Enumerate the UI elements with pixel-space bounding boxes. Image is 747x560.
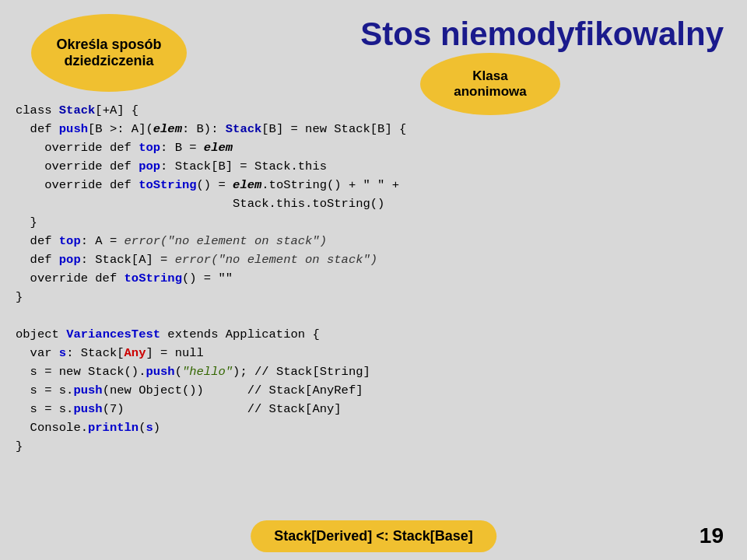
code-line-14: var s: Stack[Any] = null xyxy=(16,344,731,362)
code-line-9: def pop: Stack[A] = error("no element on… xyxy=(16,250,731,269)
slide-number: 19 xyxy=(700,523,724,548)
code-line-19: } xyxy=(16,437,731,456)
bottom-bubble-text: Stack[Derived] <: Stack[Base] xyxy=(274,528,473,544)
code-line-6: Stack.this.toString() xyxy=(16,194,731,213)
code-line-12 xyxy=(16,306,731,325)
code-line-11: } xyxy=(16,288,731,306)
code-area: class Stack[+A] { def push[B >: A](elem:… xyxy=(16,101,731,521)
code-line-4: override def pop: Stack[B] = Stack.this xyxy=(16,157,731,176)
code-line-1: class Stack[+A] { xyxy=(16,101,731,120)
code-line-16: s = s.push(new Object()) // Stack[AnyRef… xyxy=(16,381,731,400)
code-line-10: override def toString() = "" xyxy=(16,269,731,288)
slide: Stos niemodyfikowalny Określa sposób dzi… xyxy=(0,0,747,560)
code-line-8: def top: A = error("no element on stack"… xyxy=(16,232,731,250)
code-line-13: object VariancesTest extends Application… xyxy=(16,325,731,344)
code-line-17: s = s.push(7) // Stack[Any] xyxy=(16,400,731,418)
code-line-5: override def toString() = elem.toString(… xyxy=(16,176,731,194)
code-line-18: Console.println(s) xyxy=(16,418,731,437)
code-line-3: override def top: B = elem xyxy=(16,138,731,157)
anonymous-class-bubble-text: Klasa anonimowa xyxy=(454,68,527,100)
inheritance-bubble-text: Określa sposób dziedziczenia xyxy=(56,37,161,69)
bottom-bubble: Stack[Derived] <: Stack[Base] xyxy=(251,520,496,552)
code-line-7: } xyxy=(16,213,731,232)
inheritance-bubble: Określa sposób dziedziczenia xyxy=(31,14,187,92)
code-line-2: def push[B >: A](elem: B): Stack[B] = ne… xyxy=(16,120,731,138)
code-line-15: s = new Stack().push("hello"); // Stack[… xyxy=(16,362,731,381)
anonymous-class-bubble: Klasa anonimowa xyxy=(420,53,560,115)
